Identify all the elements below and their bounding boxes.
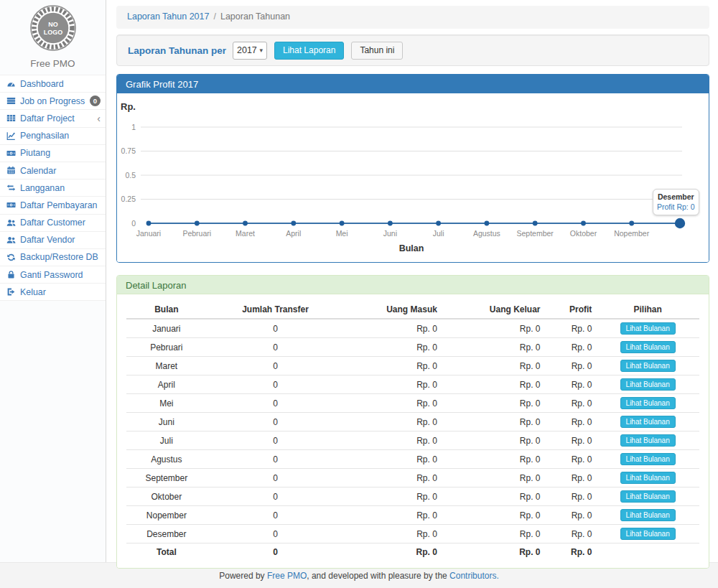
caret-down-icon: ▾ (259, 47, 263, 54)
detail-laporan-title: Detail Laporan (117, 276, 709, 294)
sidebar-item-daftar-vendor[interactable]: Daftar Vendor (0, 232, 106, 249)
cell: September (126, 469, 207, 487)
breadcrumb: Laporan Tahun 2017/Laporan Tahunan (116, 6, 709, 29)
svg-text:April: April (286, 229, 301, 238)
cell: Rp. 0 (442, 319, 545, 338)
lihat-bulanan-button[interactable]: Lihat Bulanan (620, 490, 676, 503)
footer-link-contributors[interactable]: Contributors. (449, 571, 499, 581)
lihat-bulanan-button[interactable]: Lihat Bulanan (620, 378, 676, 391)
cell: Rp. 0 (442, 375, 545, 394)
table-row: Juni0Rp. 0Rp. 0Rp. 0Lihat Bulanan (126, 413, 699, 431)
cell: Rp. 0 (545, 525, 597, 543)
svg-text:Rp.: Rp. (121, 101, 136, 112)
dashboard-icon (5, 79, 17, 88)
table-row: Pebruari0Rp. 0Rp. 0Rp. 0Lihat Bulanan (126, 338, 699, 357)
cell: Rp. 0 (442, 338, 545, 357)
table-row: Oktober0Rp. 0Rp. 0Rp. 0Lihat Bulanan (126, 487, 699, 506)
lihat-bulanan-button[interactable]: Lihat Bulanan (620, 434, 676, 447)
brand-name: Free PMO (0, 58, 106, 69)
sidebar-item-daftar-project[interactable]: Daftar Project‹ (0, 110, 106, 127)
cell: Rp. 0 (442, 506, 545, 525)
cell: 0 (207, 525, 345, 543)
sidebar-item-backup-restore-db[interactable]: Backup/Restore DB (0, 249, 106, 266)
cell: 0 (207, 506, 345, 525)
sidebar-item-label: Daftar Vendor (20, 235, 75, 245)
cell: Rp. 0 (344, 450, 442, 469)
sidebar-item-langganan[interactable]: Langganan (0, 179, 106, 197)
table-row: Agustus0Rp. 0Rp. 0Rp. 0Lihat Bulanan (126, 450, 699, 469)
cell: Januari (126, 319, 207, 338)
sidebar-item-penghasilan[interactable]: Penghasilan (0, 128, 106, 145)
sidebar-item-dashboard[interactable]: Dashboard (0, 75, 106, 93)
header-uang-masuk: Uang Masuk (344, 301, 442, 319)
app-window: NO LOGO Free PMO DashboardJob on Progres… (0, 0, 718, 562)
year-select[interactable]: 2017 ▾ (233, 42, 267, 60)
sidebar: NO LOGO Free PMO DashboardJob on Progres… (0, 0, 106, 562)
header-pilihan: Pilihan (596, 301, 699, 319)
sidebar-item-label: Calendar (20, 166, 56, 176)
svg-text:Juli: Juli (433, 229, 444, 238)
sidebar-item-label: Langganan (20, 183, 65, 193)
main-content: Laporan Tahun 2017/Laporan Tahunan Lapor… (106, 0, 718, 562)
cell: Juli (126, 431, 207, 450)
cell: Rp. 0 (344, 431, 442, 450)
report-filter-bar: Laporan Tahunan per 2017 ▾ Lihat Laporan… (116, 34, 709, 66)
total-cell: Total (126, 543, 207, 561)
sidebar-item-calendar[interactable]: Calendar (0, 162, 106, 179)
cell: Rp. 0 (344, 469, 442, 487)
sidebar-item-job-on-progress[interactable]: Job on Progress0 (0, 93, 106, 110)
cell: Rp. 0 (344, 357, 442, 375)
tooltip-value: Profit Rp: 0 (657, 202, 695, 211)
cell: Rp. 0 (442, 413, 545, 431)
sidebar-item-daftar-pembayaran[interactable]: Daftar Pembayaran (0, 197, 106, 214)
sidebar-item-label: Daftar Project (20, 113, 75, 123)
footer-link-free-pmo[interactable]: Free PMO (267, 571, 307, 581)
sidebar-item-label: Keluar (20, 287, 46, 297)
cell: 0 (207, 338, 345, 357)
svg-text:Januari: Januari (136, 229, 161, 238)
lihat-bulanan-button[interactable]: Lihat Bulanan (620, 341, 676, 353)
cell: Mei (126, 394, 207, 413)
table-row: Januari0Rp. 0Rp. 0Rp. 0Lihat Bulanan (126, 319, 699, 338)
retweet-icon (5, 183, 17, 192)
year-select-value: 2017 (237, 45, 257, 55)
table-row: Maret0Rp. 0Rp. 0Rp. 0Lihat Bulanan (126, 357, 699, 375)
total-cell: Rp. 0 (344, 543, 442, 561)
cell: Rp. 0 (442, 487, 545, 506)
logo-text-line1: NO (48, 21, 58, 28)
lihat-bulanan-button[interactable]: Lihat Bulanan (620, 509, 676, 521)
cell: 0 (207, 413, 345, 431)
chevron-left-icon: ‹ (97, 115, 101, 122)
cell: Desember (126, 525, 207, 543)
profit-chart-body: Rp.10.750.50.250JanuariPebruariMaretApri… (117, 93, 709, 262)
total-cell: Rp. 0 (442, 543, 545, 561)
header-jumlah-transfer: Jumlah Transfer (207, 301, 345, 319)
cell: Rp. 0 (344, 319, 442, 338)
table-row: September0Rp. 0Rp. 0Rp. 0Lihat Bulanan (126, 469, 699, 487)
cell: Pebruari (126, 338, 207, 357)
total-cell: 0 (207, 543, 345, 561)
lihat-bulanan-button[interactable]: Lihat Bulanan (620, 397, 676, 409)
table-row: April0Rp. 0Rp. 0Rp. 0Lihat Bulanan (126, 375, 699, 394)
lihat-bulanan-button[interactable]: Lihat Bulanan (620, 322, 676, 335)
money-icon (5, 200, 17, 210)
tooltip-title: Desember (657, 192, 695, 201)
sidebar-item-ganti-password[interactable]: Ganti Password (0, 266, 106, 284)
sidebar-item-keluar[interactable]: Keluar (0, 284, 106, 301)
sidebar-item-label: Dashboard (20, 79, 64, 89)
cell: Rp. 0 (545, 431, 597, 450)
lihat-bulanan-button[interactable]: Lihat Bulanan (620, 528, 676, 540)
breadcrumb-link-laporan-tahun[interactable]: Laporan Tahun 2017 (127, 11, 209, 22)
lihat-bulanan-button[interactable]: Lihat Bulanan (620, 472, 676, 484)
lihat-bulanan-button[interactable]: Lihat Bulanan (620, 453, 676, 465)
lihat-bulanan-button[interactable]: Lihat Bulanan (620, 360, 676, 372)
sidebar-item-piutang[interactable]: Piutang (0, 145, 106, 162)
filter-label: Laporan Tahunan per (128, 45, 226, 56)
sidebar-item-daftar-customer[interactable]: Daftar Customer (0, 215, 106, 232)
lihat-laporan-button[interactable]: Lihat Laporan (274, 42, 344, 60)
lihat-bulanan-button[interactable]: Lihat Bulanan (620, 416, 676, 428)
calendar-icon (5, 166, 17, 175)
detail-laporan-panel: Detail Laporan Bulan Jumlah Transfer Uan… (116, 275, 709, 569)
svg-text:Pebruari: Pebruari (182, 229, 211, 238)
tahun-ini-button[interactable]: Tahun ini (351, 42, 403, 60)
